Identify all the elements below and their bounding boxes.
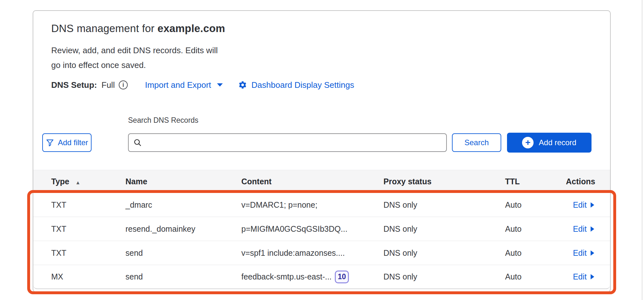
record-content: feedback-smtp.us-east-... 10 <box>241 271 383 283</box>
edit-record-link[interactable]: Edit <box>573 272 595 281</box>
record-content: v=DMARC1; p=none; <box>241 200 383 210</box>
panel-divider <box>642 0 642 300</box>
chevron-right-icon <box>590 202 595 208</box>
column-header-name: Name <box>125 177 241 186</box>
search-input[interactable] <box>145 134 442 151</box>
column-header-actions: Actions <box>566 177 611 186</box>
record-proxy-status: DNS only <box>383 224 505 234</box>
record-ttl: Auto <box>505 272 566 281</box>
column-header-proxy-status: Proxy status <box>383 177 505 186</box>
edit-record-link[interactable]: Edit <box>573 224 595 234</box>
record-content: p=MIGfMA0GCSqGSIb3DQ... <box>241 224 383 234</box>
record-type: TXT <box>33 200 125 210</box>
record-ttl: Auto <box>505 224 566 234</box>
chevron-right-icon <box>590 226 595 232</box>
page-subtitle-line2: go into effect once saved. <box>51 58 218 72</box>
sort-ascending-icon: ▲ <box>75 180 80 185</box>
column-header-content: Content <box>241 177 383 186</box>
record-type: TXT <box>33 248 125 258</box>
record-ttl: Auto <box>505 248 566 258</box>
import-export-label: Import and Export <box>145 80 211 90</box>
record-name: resend._domainkey <box>125 224 241 234</box>
info-icon[interactable]: i <box>119 80 128 89</box>
record-content: v=spf1 include:amazonses.... <box>241 248 383 258</box>
table-row: MX send feedback-smtp.us-east-... 10 DNS… <box>33 265 610 289</box>
search-input-wrap <box>128 133 447 152</box>
page-subtitle-line1: Review, add, and edit DNS records. Edits… <box>51 43 218 58</box>
dns-management-page: DNS management for example.com Review, a… <box>0 0 644 300</box>
plus-icon: + <box>522 137 534 148</box>
dns-setup-row: DNS Setup: Full i Import and Export Dash… <box>51 78 354 92</box>
search-button[interactable]: Search <box>452 133 501 152</box>
page-title: DNS management for example.com <box>51 22 225 35</box>
mx-priority-badge: 10 <box>335 271 349 283</box>
search-icon <box>133 138 142 147</box>
column-header-ttl: TTL <box>505 177 566 186</box>
record-type: MX <box>33 272 125 281</box>
record-proxy-status: DNS only <box>383 200 505 210</box>
chevron-right-icon <box>590 250 595 256</box>
record-proxy-status: DNS only <box>383 272 505 281</box>
filter-funnel-icon <box>46 138 54 147</box>
table-row: TXT send v=spf1 include:amazonses.... DN… <box>33 241 610 265</box>
dns-management-card: DNS management for example.com Review, a… <box>33 10 611 292</box>
search-dns-records-label: Search DNS Records <box>128 116 198 125</box>
page-title-domain: example.com <box>157 22 225 34</box>
chevron-down-icon <box>216 83 223 87</box>
record-proxy-status: DNS only <box>383 248 505 258</box>
toolbar: Add filter Search + Add record <box>33 133 610 152</box>
dashboard-display-settings-link[interactable]: Dashboard Display Settings <box>238 80 354 90</box>
page-title-prefix: DNS management for <box>51 22 157 34</box>
dns-setup-label: DNS Setup: <box>51 80 97 90</box>
record-name: _dmarc <box>125 200 241 210</box>
add-record-button[interactable]: + Add record <box>507 133 592 153</box>
gear-icon <box>238 80 247 89</box>
column-header-type[interactable]: Type ▲ <box>33 177 125 186</box>
add-filter-label: Add filter <box>58 138 88 147</box>
edit-record-link[interactable]: Edit <box>573 200 595 210</box>
add-filter-button[interactable]: Add filter <box>42 133 92 152</box>
chevron-right-icon <box>590 274 595 280</box>
page-subtitle: Review, add, and edit DNS records. Edits… <box>51 43 218 72</box>
edit-record-link[interactable]: Edit <box>573 248 595 258</box>
table-header-row: Type ▲ Name Content Proxy status TTL Act… <box>33 170 610 193</box>
table-row: TXT _dmarc v=DMARC1; p=none; DNS only Au… <box>33 193 610 217</box>
add-record-label: Add record <box>539 138 576 147</box>
dns-records-table: Type ▲ Name Content Proxy status TTL Act… <box>33 170 610 289</box>
record-name: send <box>125 248 241 258</box>
dashboard-display-settings-label: Dashboard Display Settings <box>252 80 354 90</box>
table-row: TXT resend._domainkey p=MIGfMA0GCSqGSIb3… <box>33 217 610 241</box>
dns-setup-value: Full <box>101 80 115 90</box>
record-name: send <box>125 272 241 281</box>
import-export-dropdown[interactable]: Import and Export <box>145 80 223 90</box>
record-ttl: Auto <box>505 200 566 210</box>
record-type: TXT <box>33 224 125 234</box>
